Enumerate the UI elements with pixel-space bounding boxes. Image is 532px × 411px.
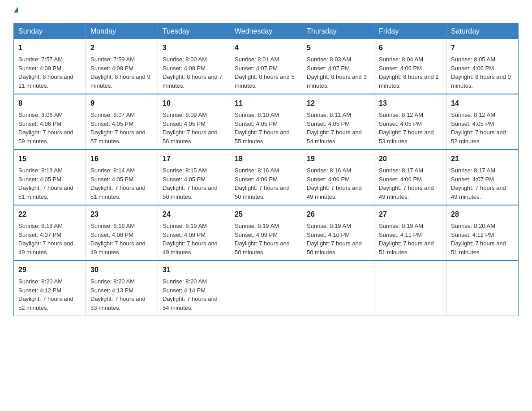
- header-day-monday: Monday: [86, 24, 158, 39]
- sunset-text: Sunset: 4:09 PM: [163, 231, 206, 238]
- calendar-cell: 8Sunrise: 8:06 AMSunset: 4:06 PMDaylight…: [14, 94, 86, 150]
- daylight-text: Daylight: 7 hours and 51 minutes.: [90, 184, 146, 200]
- day-number: 18: [235, 154, 297, 164]
- calendar-cell: [374, 261, 446, 316]
- sunrise-text: Sunrise: 8:10 AM: [235, 111, 279, 118]
- daylight-text: Daylight: 7 hours and 49 minutes.: [451, 184, 506, 200]
- day-number: 25: [235, 209, 297, 220]
- week-row-5: 29Sunrise: 8:20 AMSunset: 4:12 PMDayligh…: [14, 261, 519, 316]
- calendar-cell: 22Sunrise: 8:18 AMSunset: 4:07 PMDayligh…: [14, 205, 86, 261]
- calendar-cell: 26Sunrise: 8:19 AMSunset: 4:10 PMDayligh…: [302, 205, 374, 261]
- day-number: 27: [379, 209, 442, 220]
- calendar-cell: 16Sunrise: 8:14 AMSunset: 4:05 PMDayligh…: [86, 150, 158, 205]
- sunset-text: Sunset: 4:06 PM: [379, 65, 422, 72]
- daylight-text: Daylight: 7 hours and 56 minutes.: [163, 129, 218, 145]
- daylight-text: Daylight: 7 hours and 54 minutes.: [163, 295, 218, 311]
- logo-triangle-icon: [14, 7, 18, 13]
- sunrise-text: Sunrise: 8:17 AM: [379, 167, 423, 174]
- calendar-cell: 20Sunrise: 8:17 AMSunset: 4:06 PMDayligh…: [374, 150, 446, 205]
- sunrise-text: Sunrise: 8:00 AM: [163, 56, 207, 63]
- daylight-text: Daylight: 8 hours and 3 minutes.: [307, 73, 367, 89]
- sunrise-text: Sunrise: 8:18 AM: [90, 223, 135, 229]
- daylight-text: Daylight: 7 hours and 49 minutes.: [379, 184, 434, 200]
- daylight-text: Daylight: 8 hours and 0 minutes.: [451, 73, 511, 89]
- sunrise-text: Sunrise: 8:06 AM: [18, 111, 63, 118]
- daylight-text: Daylight: 8 hours and 9 minutes.: [90, 73, 150, 89]
- day-number: 14: [451, 98, 514, 109]
- sunrise-text: Sunrise: 8:19 AM: [307, 223, 351, 229]
- calendar-cell: 24Sunrise: 8:19 AMSunset: 4:09 PMDayligh…: [158, 205, 230, 261]
- sunrise-text: Sunrise: 8:04 AM: [379, 56, 423, 63]
- sunrise-text: Sunrise: 8:09 AM: [163, 111, 207, 118]
- sunrise-text: Sunrise: 8:16 AM: [307, 167, 351, 174]
- week-row-1: 1Sunrise: 7:57 AMSunset: 4:09 PMDaylight…: [14, 39, 519, 94]
- sunset-text: Sunset: 4:13 PM: [90, 287, 133, 294]
- daylight-text: Daylight: 7 hours and 49 minutes.: [163, 240, 218, 256]
- calendar-cell: 21Sunrise: 8:17 AMSunset: 4:07 PMDayligh…: [446, 150, 519, 205]
- day-number: 3: [163, 43, 225, 53]
- sunset-text: Sunset: 4:09 PM: [235, 231, 278, 238]
- calendar-cell: 28Sunrise: 8:20 AMSunset: 4:12 PMDayligh…: [446, 205, 519, 261]
- daylight-text: Daylight: 8 hours and 5 minutes.: [235, 73, 295, 89]
- day-number: 10: [163, 98, 225, 109]
- sunrise-text: Sunrise: 8:01 AM: [235, 56, 279, 63]
- day-number: 21: [451, 154, 514, 164]
- sunrise-text: Sunrise: 8:14 AM: [90, 167, 135, 174]
- daylight-text: Daylight: 7 hours and 57 minutes.: [90, 129, 146, 145]
- sunrise-text: Sunrise: 8:12 AM: [379, 111, 423, 118]
- sunset-text: Sunset: 4:06 PM: [235, 176, 278, 183]
- calendar-cell: 11Sunrise: 8:10 AMSunset: 4:05 PMDayligh…: [230, 94, 302, 150]
- sunrise-text: Sunrise: 8:19 AM: [163, 223, 207, 229]
- daylight-text: Daylight: 8 hours and 7 minutes.: [163, 73, 223, 89]
- sunset-text: Sunset: 4:12 PM: [18, 287, 61, 294]
- daylight-text: Daylight: 7 hours and 50 minutes.: [235, 240, 290, 256]
- calendar-cell: 3Sunrise: 8:00 AMSunset: 4:08 PMDaylight…: [158, 39, 230, 94]
- header-row: SundayMondayTuesdayWednesdayThursdayFrid…: [14, 24, 519, 39]
- sunrise-text: Sunrise: 8:20 AM: [451, 223, 495, 229]
- daylight-text: Daylight: 7 hours and 49 minutes.: [18, 240, 73, 256]
- sunset-text: Sunset: 4:05 PM: [90, 120, 133, 127]
- sunset-text: Sunset: 4:05 PM: [90, 176, 133, 183]
- calendar-cell: 14Sunrise: 8:12 AMSunset: 4:05 PMDayligh…: [446, 94, 519, 150]
- week-row-4: 22Sunrise: 8:18 AMSunset: 4:07 PMDayligh…: [14, 205, 519, 261]
- day-number: 23: [90, 209, 153, 220]
- week-row-2: 8Sunrise: 8:06 AMSunset: 4:06 PMDaylight…: [14, 94, 519, 150]
- day-number: 31: [163, 265, 225, 275]
- sunrise-text: Sunrise: 8:03 AM: [307, 56, 351, 63]
- daylight-text: Daylight: 7 hours and 51 minutes.: [379, 240, 434, 256]
- day-number: 20: [379, 154, 442, 164]
- sunset-text: Sunset: 4:07 PM: [307, 65, 350, 72]
- sunrise-text: Sunrise: 7:57 AM: [18, 56, 63, 63]
- sunrise-text: Sunrise: 8:16 AM: [235, 167, 279, 174]
- calendar-cell: 15Sunrise: 8:13 AMSunset: 4:05 PMDayligh…: [14, 150, 86, 205]
- header-day-saturday: Saturday: [446, 24, 519, 39]
- daylight-text: Daylight: 7 hours and 53 minutes.: [379, 129, 434, 145]
- calendar-cell: 6Sunrise: 8:04 AMSunset: 4:06 PMDaylight…: [374, 39, 446, 94]
- daylight-text: Daylight: 7 hours and 50 minutes.: [307, 240, 362, 256]
- sunset-text: Sunset: 4:05 PM: [451, 120, 494, 127]
- daylight-text: Daylight: 7 hours and 59 minutes.: [18, 129, 73, 145]
- daylight-text: Daylight: 7 hours and 49 minutes.: [307, 184, 362, 200]
- day-number: 22: [18, 209, 81, 220]
- day-number: 17: [163, 154, 225, 164]
- calendar-cell: 31Sunrise: 8:20 AMSunset: 4:14 PMDayligh…: [158, 261, 230, 316]
- day-number: 24: [163, 209, 225, 220]
- sunset-text: Sunset: 4:06 PM: [307, 176, 350, 183]
- sunset-text: Sunset: 4:11 PM: [379, 231, 422, 238]
- day-number: 28: [451, 209, 514, 220]
- sunrise-text: Sunrise: 8:12 AM: [451, 111, 495, 118]
- daylight-text: Daylight: 7 hours and 54 minutes.: [307, 129, 362, 145]
- day-number: 11: [235, 98, 297, 109]
- sunrise-text: Sunrise: 8:07 AM: [90, 111, 135, 118]
- day-number: 2: [90, 43, 153, 53]
- daylight-text: Daylight: 7 hours and 52 minutes.: [18, 295, 73, 311]
- sunrise-text: Sunrise: 8:17 AM: [451, 167, 495, 174]
- sunset-text: Sunset: 4:07 PM: [451, 176, 494, 183]
- day-number: 6: [379, 43, 442, 53]
- week-row-3: 15Sunrise: 8:13 AMSunset: 4:05 PMDayligh…: [14, 150, 519, 205]
- sunrise-text: Sunrise: 8:19 AM: [235, 223, 279, 229]
- sunset-text: Sunset: 4:05 PM: [163, 120, 206, 127]
- calendar-cell: 5Sunrise: 8:03 AMSunset: 4:07 PMDaylight…: [302, 39, 374, 94]
- calendar-cell: 12Sunrise: 8:11 AMSunset: 4:05 PMDayligh…: [302, 94, 374, 150]
- header-day-tuesday: Tuesday: [158, 24, 230, 39]
